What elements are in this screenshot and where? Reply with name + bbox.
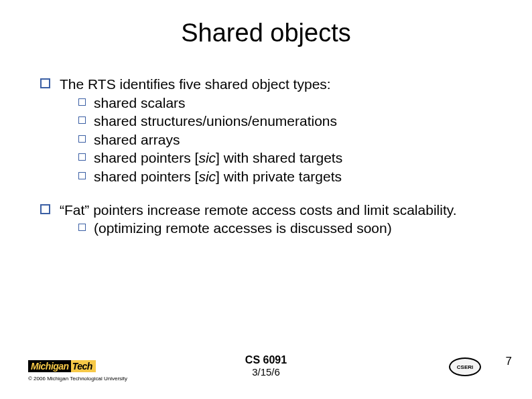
page-number: 7 [506, 355, 512, 368]
bullet-text: “Fat” pointers increase remote access co… [60, 202, 492, 219]
bullet-l1: “Fat” pointers increase remote access co… [40, 202, 492, 237]
bullet-l1-content: The RTS identifies five shared object ty… [60, 76, 492, 185]
bullet-l2: shared scalars [60, 94, 492, 112]
square-bullet-icon [40, 204, 50, 214]
bullet-text: (optimizing remote accesses is discussed… [94, 220, 392, 237]
bullet-text: The RTS identifies five shared object ty… [60, 76, 492, 93]
bullet-text: shared pointers [sic] with private targe… [94, 168, 342, 185]
bullet-text: shared arrays [94, 131, 180, 149]
bullet-l2: shared pointers [sic] with shared target… [60, 149, 492, 167]
bullet-text: shared scalars [94, 94, 186, 112]
square-bullet-icon [78, 153, 86, 161]
course-code: CS 6091 [245, 354, 287, 366]
bullet-text: shared structures/unions/enumerations [94, 112, 337, 130]
slide-date: 3/15/6 [245, 366, 287, 378]
footer-center: CS 6091 3/15/6 [245, 354, 287, 378]
square-bullet-icon [78, 98, 86, 106]
logo-text-right: Tech [71, 360, 96, 372]
bullet-l1-content: “Fat” pointers increase remote access co… [60, 202, 492, 237]
bullet-l1: The RTS identifies five shared object ty… [40, 76, 492, 185]
cseri-logo: CSERI [449, 357, 481, 376]
square-bullet-icon [78, 116, 86, 124]
copyright-text: © 2006 Michigan Technological University [28, 376, 127, 382]
slide: Shared objects The RTS identifies five s… [0, 0, 532, 399]
slide-title: Shared objects [40, 19, 492, 48]
bullet-text: shared pointers [sic] with shared target… [94, 149, 342, 167]
square-bullet-icon [40, 78, 50, 88]
michigan-tech-logo: MichiganTech [28, 360, 96, 372]
slide-footer: MichiganTech © 2006 Michigan Technologic… [0, 349, 532, 390]
square-bullet-icon [78, 172, 86, 179]
bullet-l2: shared arrays [60, 131, 492, 149]
bullet-l2: shared pointers [sic] with private targe… [60, 168, 492, 185]
logo-text-left: Michigan [28, 360, 71, 372]
cseri-oval-icon: CSERI [449, 357, 481, 376]
slide-body: The RTS identifies five shared object ty… [40, 76, 492, 237]
square-bullet-icon [78, 224, 86, 231]
square-bullet-icon [78, 135, 86, 143]
bullet-l2: shared structures/unions/enumerations [60, 112, 492, 130]
bullet-l2: (optimizing remote accesses is discussed… [60, 220, 492, 237]
